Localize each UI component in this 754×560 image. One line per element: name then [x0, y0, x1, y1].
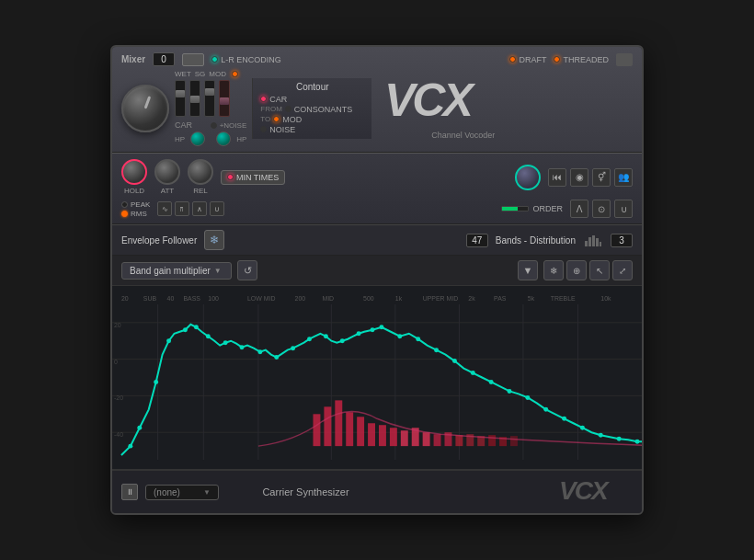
distribution-icon	[583, 230, 603, 250]
wave-icon-4[interactable]: ∪	[210, 201, 224, 216]
svg-point-56	[416, 337, 420, 341]
svg-rect-20	[335, 400, 342, 446]
svg-rect-23	[368, 423, 375, 446]
svg-text:500: 500	[363, 295, 374, 302]
rel-label: REL	[193, 187, 208, 195]
mod-fader[interactable]	[204, 80, 215, 117]
sg-label: SG	[195, 70, 206, 78]
wet-fader[interactable]	[175, 80, 186, 117]
min-times-button[interactable]: MIN TIMES	[221, 170, 285, 185]
rel-knob[interactable]	[188, 159, 213, 185]
hold-knob[interactable]	[121, 159, 147, 185]
mixer-value[interactable]: 0	[153, 52, 175, 66]
move-btn[interactable]: ⤢	[612, 260, 633, 280]
draft-indicator[interactable]: DRAFT	[509, 55, 546, 64]
order-bar	[501, 206, 529, 211]
svg-rect-25	[390, 428, 397, 446]
carrier-label: Carrier Synthesizer	[226, 486, 385, 497]
svg-text:10k: 10k	[600, 295, 611, 302]
magnet-btn[interactable]: ⊕	[566, 260, 587, 280]
wet-knob[interactable]	[121, 85, 169, 132]
svg-rect-3	[592, 235, 595, 246]
omega-icon[interactable]: ⊙	[592, 200, 611, 218]
loop-button[interactable]: ↺	[237, 260, 257, 280]
peak-radio[interactable]: PEAK	[121, 200, 150, 209]
min-times-led	[227, 174, 234, 180]
svg-point-42	[194, 325, 199, 329]
spectrum-svg: 20 SUB 40 BASS 100 LOW MID 200 MID 500 1…	[112, 286, 642, 469]
env-follower-label: Envelope Follower	[121, 235, 197, 246]
wave-icon-2[interactable]: ⩃	[175, 201, 189, 216]
pause-button[interactable]: ⏸	[121, 484, 138, 500]
threaded-indicator[interactable]: THREADED	[554, 55, 609, 64]
contour-mod-label: MOD	[282, 115, 302, 124]
rms-radio[interactable]: RMS	[121, 210, 150, 218]
users-icon[interactable]: 👥	[614, 168, 633, 187]
logo-section: VCX Channel Vocoder	[377, 74, 502, 143]
svg-point-63	[543, 407, 548, 412]
carrier-dropdown[interactable]: (none) ▼	[145, 485, 219, 500]
svg-text:BASS: BASS	[183, 295, 200, 302]
mod-label: MOD	[209, 70, 226, 78]
car-fader[interactable]	[219, 80, 230, 117]
wave-icon-1[interactable]: ∿	[157, 201, 172, 216]
teal-knob-group	[515, 165, 541, 190]
cursor-btn[interactable]: ↖	[589, 260, 610, 280]
svg-text:2k: 2k	[468, 295, 475, 302]
right-dropdown-button[interactable]: ▼	[518, 260, 538, 280]
noise-indicator[interactable]: +NOISE	[211, 121, 247, 130]
rms-radio-dot	[121, 211, 128, 217]
svg-text:20: 20	[114, 322, 121, 328]
svg-text:40: 40	[167, 295, 175, 302]
svg-rect-34	[488, 435, 496, 446]
wave-icon-3[interactable]: ∧	[192, 201, 207, 216]
contour-section: Contour CAR FROM CONSONANTS TO	[252, 78, 371, 139]
order-label: ORDER	[532, 204, 563, 213]
lambda-right-icon[interactable]: ∪	[614, 200, 633, 218]
contour-noise-led	[260, 126, 267, 132]
hp-right-knob[interactable]	[216, 131, 231, 146]
att-knob[interactable]	[154, 159, 180, 185]
wet-label: WET	[175, 70, 191, 78]
band-gain-dropdown[interactable]: Band gain multiplier ▼	[121, 262, 232, 280]
svg-point-55	[397, 334, 402, 338]
svg-rect-31	[455, 435, 463, 446]
gender-icon[interactable]: ⚥	[592, 168, 611, 187]
snowflake-button[interactable]: ❄	[204, 230, 224, 250]
snowflake-btn-2[interactable]: ❄	[543, 260, 564, 280]
bands-value[interactable]: 47	[466, 234, 488, 247]
svg-rect-24	[379, 425, 386, 446]
svg-point-64	[562, 417, 566, 421]
svg-text:20: 20	[121, 295, 129, 302]
svg-point-47	[274, 355, 279, 360]
car-label-indicator: CAR	[175, 120, 192, 130]
top-section: Mixer 0 L-R ENCODING DRAFT THREADED	[112, 47, 642, 153]
settings-button[interactable]	[616, 53, 633, 66]
lambda-left-icon[interactable]: Λ	[570, 200, 588, 218]
svg-point-68	[635, 440, 640, 444]
svg-rect-28	[423, 432, 430, 446]
svg-text:1k: 1k	[395, 295, 403, 302]
dist-value[interactable]: 3	[611, 234, 633, 247]
bands-label: Bands - Distribution	[496, 235, 576, 246]
svg-text:100: 100	[208, 295, 219, 302]
prev-icon[interactable]: ⏮	[548, 168, 566, 187]
bottom-logo: VCX	[559, 475, 633, 509]
svg-point-48	[291, 346, 295, 350]
svg-text:VCX: VCX	[384, 77, 475, 123]
svg-point-38	[137, 426, 142, 430]
sg-fader[interactable]	[189, 80, 200, 117]
teal-knob[interactable]	[515, 165, 541, 190]
plugin-subtitle: Channel Vocoder	[431, 131, 495, 140]
dropdown-arrow-icon: ▼	[214, 267, 222, 275]
contour-mod-led	[273, 116, 280, 122]
mixer-toggle[interactable]	[182, 53, 204, 66]
spectrum-display: 20 SUB 40 BASS 100 LOW MID 200 MID 500 1…	[112, 286, 642, 470]
contour-car-led	[260, 96, 267, 102]
band-gain-bar: Band gain multiplier ▼ ↺ ▼ ❄ ⊕ ↖ ⤢	[112, 256, 642, 286]
env-follower-bar: Envelope Follower ❄ 47 Bands - Distribut…	[112, 224, 642, 256]
hp-left-knob[interactable]	[190, 131, 205, 146]
speaker-icon[interactable]: ◉	[570, 168, 588, 187]
svg-point-58	[452, 359, 457, 363]
hold-label: HOLD	[124, 187, 144, 195]
